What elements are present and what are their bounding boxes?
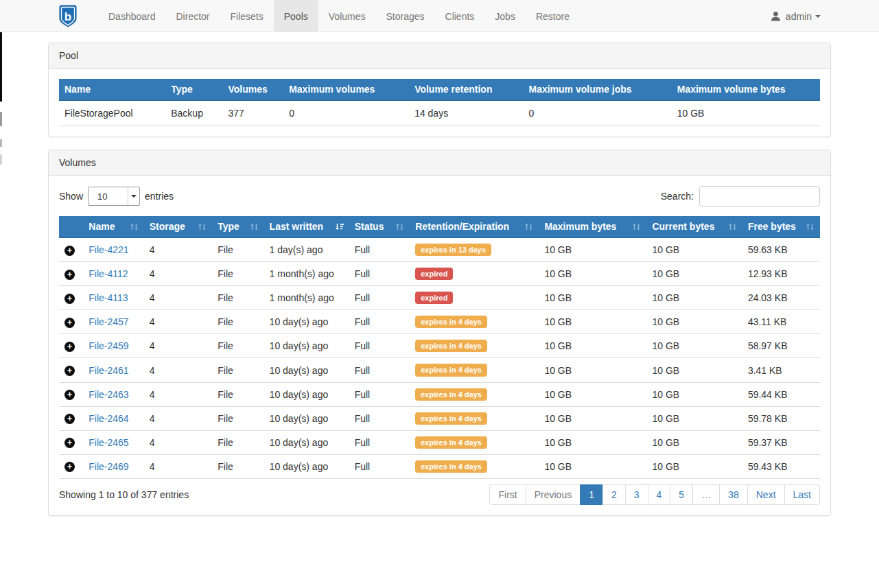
cell-current-bytes: 10 GB: [646, 430, 742, 454]
volumes-col-header[interactable]: Type: [212, 216, 263, 237]
volume-link[interactable]: File-2457: [89, 316, 128, 327]
cell-free-bytes: 59.43 KB: [742, 454, 820, 478]
cell-retention: expires in 4 days: [410, 454, 539, 478]
retention-badge: expires in 13 days: [415, 244, 491, 256]
expand-cell: +: [59, 406, 83, 430]
cell-max-bytes: 10 GB: [539, 382, 646, 406]
retention-badge: expired: [415, 292, 453, 304]
expand-row-icon[interactable]: +: [65, 318, 75, 328]
page-button-last[interactable]: Last: [784, 484, 820, 505]
pool-col-header: Volumes: [222, 79, 283, 100]
cell-status: Full: [349, 334, 410, 358]
cell-name: File-2464: [83, 406, 143, 430]
cell-retention: expires in 4 days: [410, 358, 539, 382]
nav-item-dashboard[interactable]: Dashboard: [98, 0, 166, 32]
volumes-col-header[interactable]: Maximum bytes: [539, 216, 646, 237]
volume-link[interactable]: File-2469: [89, 461, 128, 472]
expand-row-icon[interactable]: +: [65, 342, 75, 352]
search-input[interactable]: [699, 186, 820, 207]
cell-storage: 4: [144, 454, 213, 478]
expand-row-icon[interactable]: +: [65, 390, 75, 400]
volume-row: +File-24634File10 day(s) agoFullexpires …: [59, 382, 820, 406]
cell-current-bytes: 10 GB: [646, 262, 742, 286]
volume-link[interactable]: File-4221: [89, 244, 128, 255]
page-button-3[interactable]: 3: [625, 484, 648, 505]
expand-row-icon[interactable]: +: [65, 414, 75, 424]
volumes-col-header[interactable]: Name: [83, 216, 143, 237]
nav-item-clients[interactable]: Clients: [435, 0, 485, 32]
volume-link[interactable]: File-2464: [89, 413, 128, 424]
cell-free-bytes: 12.93 KB: [742, 262, 820, 286]
showing-entries-text: Showing 1 to 10 of 377 entries: [59, 489, 189, 500]
cell-retention: expires in 4 days: [410, 334, 539, 358]
volume-link[interactable]: File-2461: [89, 365, 128, 376]
cell-max-bytes: 10 GB: [539, 430, 646, 454]
volume-link[interactable]: File-2459: [89, 340, 128, 351]
column-label: Name: [89, 221, 115, 232]
cell-retention: expired: [410, 262, 539, 286]
volume-link[interactable]: File-4112: [89, 268, 128, 279]
brand-logo[interactable]: b: [48, 0, 88, 32]
expand-row-icon[interactable]: +: [65, 270, 75, 280]
cell-retention: expires in 4 days: [410, 430, 539, 454]
volumes-col-header[interactable]: Status: [349, 216, 410, 237]
nav-item-pools[interactable]: Pools: [274, 0, 318, 32]
cell-status: Full: [349, 430, 410, 454]
pool-cell: 377: [222, 100, 283, 126]
page-button-1[interactable]: 1: [580, 484, 603, 505]
cell-last-written: 10 day(s) ago: [264, 454, 349, 478]
cell-status: Full: [349, 262, 410, 286]
nav-item-volumes[interactable]: Volumes: [318, 0, 376, 32]
volumes-col-header[interactable]: Current bytes: [646, 216, 742, 237]
nav-item-director[interactable]: Director: [166, 0, 220, 32]
pool-col-header: Maximum volume bytes: [672, 79, 820, 100]
volumes-col-header[interactable]: Free bytes: [742, 216, 820, 237]
expand-row-icon[interactable]: +: [65, 366, 75, 376]
volume-row: +File-42214File1 day(s) agoFullexpires i…: [59, 237, 820, 262]
page-size-select[interactable]: 10: [88, 187, 140, 206]
pool-cell: FileStoragePool: [59, 100, 165, 126]
volumes-col-header[interactable]: Last written: [264, 216, 349, 237]
user-menu[interactable]: admin: [760, 0, 831, 32]
cell-name: File-2465: [83, 430, 143, 454]
pool-col-header: Maximum volume jobs: [523, 79, 671, 100]
volumes-col-header[interactable]: Retention/Expiration: [410, 216, 539, 237]
nav-item-restore[interactable]: Restore: [526, 0, 580, 32]
page-button-next[interactable]: Next: [747, 484, 785, 505]
expand-row-icon[interactable]: +: [65, 438, 75, 448]
cell-current-bytes: 10 GB: [646, 454, 742, 478]
cell-name: File-4112: [83, 262, 143, 286]
pool-col-header: Name: [59, 79, 165, 100]
cell-retention: expired: [410, 286, 539, 310]
volume-link[interactable]: File-2463: [89, 389, 128, 400]
cell-retention: expires in 4 days: [410, 382, 539, 406]
cell-max-bytes: 10 GB: [539, 358, 646, 382]
nav-item-filesets[interactable]: Filesets: [220, 0, 274, 32]
expand-row-icon[interactable]: +: [65, 462, 75, 472]
cell-storage: 4: [144, 358, 213, 382]
column-label: Storage: [150, 221, 185, 232]
page-size-value: 10: [89, 191, 128, 202]
volume-link[interactable]: File-2465: [89, 437, 128, 448]
cell-type: File: [212, 262, 263, 286]
cell-free-bytes: 24.03 KB: [742, 286, 820, 310]
volume-row: +File-24654File10 day(s) agoFullexpires …: [59, 430, 820, 454]
cell-storage: 4: [144, 237, 213, 262]
page-button-4[interactable]: 4: [648, 484, 671, 505]
volume-link[interactable]: File-4113: [89, 292, 128, 303]
expand-row-icon[interactable]: +: [65, 294, 75, 304]
page-button-38[interactable]: 38: [719, 484, 748, 505]
expand-cell: +: [59, 334, 83, 358]
expand-row-icon[interactable]: +: [65, 246, 75, 256]
cell-status: Full: [349, 382, 410, 406]
expand-cell: +: [59, 310, 83, 334]
page-button-2[interactable]: 2: [602, 484, 626, 505]
volumes-col-header[interactable]: Storage: [144, 216, 213, 237]
cell-free-bytes: 58.97 KB: [742, 334, 820, 358]
column-label: Status: [355, 221, 384, 232]
pagination: FirstPrevious12345…38NextLast: [489, 484, 820, 505]
volume-row: +File-24594File10 day(s) agoFullexpires …: [59, 334, 820, 358]
nav-item-jobs[interactable]: Jobs: [484, 0, 526, 32]
page-button-5[interactable]: 5: [670, 484, 693, 505]
nav-item-storages[interactable]: Storages: [375, 0, 434, 32]
